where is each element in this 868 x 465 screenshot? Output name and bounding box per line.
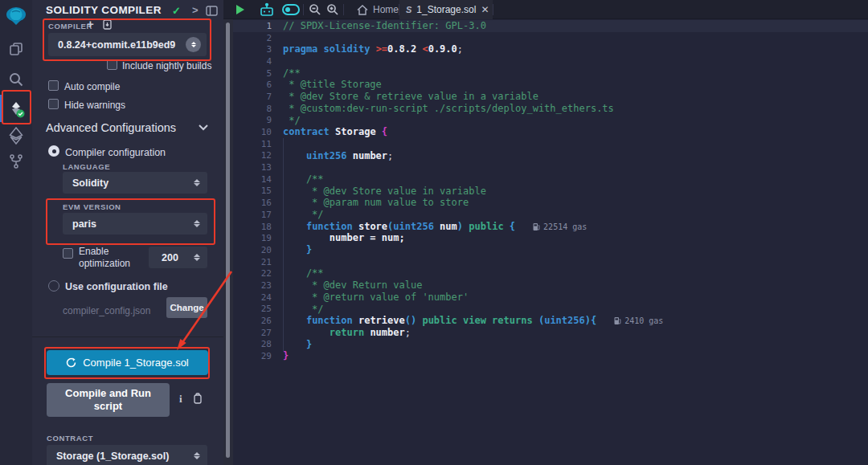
- close-tab-icon[interactable]: ✕: [481, 4, 489, 15]
- code-text: function retrieve() public view returns …: [283, 315, 663, 327]
- git-icon[interactable]: [0, 151, 32, 172]
- line-number[interactable]: 2: [233, 33, 272, 43]
- evm-version-select[interactable]: paris: [63, 213, 207, 235]
- code-line[interactable]: 29}: [233, 350, 868, 362]
- code-line[interactable]: 19 number = num;: [233, 232, 868, 244]
- line-number[interactable]: 17: [233, 210, 272, 220]
- code-line[interactable]: 4: [233, 55, 868, 67]
- copy-script-icon[interactable]: [192, 393, 203, 404]
- auto-compile-checkbox[interactable]: [48, 80, 59, 91]
- compile-button[interactable]: Compile 1_Storage.sol: [47, 350, 208, 375]
- code-text: * @dev Return value: [283, 279, 422, 292]
- code-line[interactable]: 9 */: [233, 115, 868, 127]
- contract-select[interactable]: Storage (1_Storage.sol): [47, 445, 207, 465]
- line-number[interactable]: 22: [233, 268, 272, 279]
- line-number[interactable]: 27: [233, 328, 272, 338]
- line-number[interactable]: 4: [233, 56, 272, 67]
- code-line[interactable]: 28 }: [233, 339, 868, 351]
- code-line[interactable]: 16 * @param num value to store: [233, 197, 868, 209]
- code-line[interactable]: 20 }: [233, 244, 868, 256]
- line-number[interactable]: 7: [233, 92, 272, 102]
- line-number[interactable]: 18: [233, 222, 272, 232]
- code-line[interactable]: 27 return number;: [233, 327, 868, 339]
- line-number[interactable]: 12: [233, 150, 272, 161]
- compiler-version-select[interactable]: 0.8.24+commit.e11b9ed9: [48, 33, 207, 56]
- line-number[interactable]: 29: [233, 351, 272, 361]
- line-number[interactable]: 13: [233, 162, 272, 173]
- code-line[interactable]: 14 /**: [233, 173, 868, 186]
- zoom-out-icon[interactable]: [309, 0, 321, 19]
- code-line[interactable]: 21: [233, 256, 868, 268]
- config-filename[interactable]: compiler_config.json: [63, 305, 150, 316]
- code-line[interactable]: 22 /**: [233, 267, 868, 279]
- add-compiler-icon[interactable]: +: [87, 17, 94, 31]
- optimization-runs-stepper[interactable]: 200: [149, 247, 207, 268]
- language-select[interactable]: Solidity: [63, 172, 207, 194]
- line-number[interactable]: 24: [233, 292, 272, 303]
- code-line[interactable]: 10contract Storage {: [233, 126, 868, 138]
- line-number[interactable]: 5: [233, 68, 272, 79]
- line-number[interactable]: 11: [233, 139, 272, 149]
- line-number[interactable]: 21: [233, 257, 272, 267]
- line-number[interactable]: 23: [233, 280, 272, 291]
- chevron-down-icon[interactable]: [198, 124, 209, 131]
- code-line[interactable]: 6 * @title Storage: [233, 79, 868, 91]
- line-number[interactable]: 9: [233, 115, 272, 125]
- code-line[interactable]: 24 * @return value of 'number': [233, 292, 868, 304]
- line-number[interactable]: 15: [233, 186, 272, 196]
- code-line[interactable]: 26 function retrieve() public view retur…: [233, 315, 868, 327]
- search-icon[interactable]: [0, 69, 32, 90]
- download-compiler-icon[interactable]: [102, 19, 113, 30]
- line-number[interactable]: 28: [233, 339, 272, 349]
- file-explorer-icon[interactable]: [0, 39, 32, 59]
- line-number[interactable]: 6: [233, 80, 272, 90]
- chevron-right-icon[interactable]: >: [192, 4, 199, 16]
- line-number[interactable]: 10: [233, 127, 272, 137]
- code-line[interactable]: 3pragma solidity >=0.8.2 <0.9.0;: [233, 43, 868, 55]
- line-number[interactable]: 1: [233, 21, 272, 31]
- code-line[interactable]: 8 * @custom:dev-run-script ./scripts/dep…: [233, 103, 868, 115]
- code-line[interactable]: 12 uint256 number;: [233, 150, 868, 162]
- remix-logo-icon[interactable]: [0, 3, 32, 29]
- code-line[interactable]: 15 * @dev Store value in variable: [233, 186, 868, 198]
- nightly-builds-checkbox[interactable]: [107, 59, 117, 70]
- code-text: */: [283, 209, 324, 221]
- hide-warnings-checkbox[interactable]: [48, 99, 59, 109]
- code-line[interactable]: 1// SPDX-License-Identifier: GPL-3.0: [233, 20, 868, 32]
- code-editor[interactable]: 1// SPDX-License-Identifier: GPL-3.023pr…: [233, 19, 868, 465]
- line-number[interactable]: 8: [233, 104, 272, 114]
- zoom-in-icon[interactable]: [326, 0, 339, 19]
- ai-copilot-toggle-icon[interactable]: [282, 0, 300, 19]
- compile-and-run-button[interactable]: Compile and Run script: [47, 383, 170, 417]
- code-line[interactable]: 18 function store(uint256 num) public {2…: [233, 221, 868, 233]
- solidity-compiler-icon[interactable]: [0, 96, 32, 120]
- deploy-and-run-icon[interactable]: [0, 125, 32, 146]
- documentation-panel-icon[interactable]: [206, 6, 218, 16]
- use-configuration-file-radio[interactable]: [48, 280, 59, 292]
- code-line[interactable]: 7 * @dev Store & retrieve value in a var…: [233, 91, 868, 103]
- run-script-play-icon[interactable]: [236, 0, 244, 19]
- info-icon[interactable]: i: [179, 393, 182, 406]
- ai-assistant-robot-icon[interactable]: [259, 0, 275, 19]
- tab-1-storage-sol[interactable]: S 1_Storage.sol ✕: [399, 0, 493, 19]
- code-line[interactable]: 5/**: [233, 67, 868, 80]
- line-number[interactable]: 25: [233, 304, 272, 314]
- line-number[interactable]: 14: [233, 174, 272, 185]
- code-line[interactable]: 2: [233, 32, 868, 44]
- line-number[interactable]: 19: [233, 233, 272, 243]
- advanced-configurations-title[interactable]: Advanced Configurations: [46, 121, 176, 134]
- change-config-button[interactable]: Change: [166, 297, 207, 318]
- line-number[interactable]: 16: [233, 198, 272, 208]
- code-line[interactable]: 13: [233, 161, 868, 173]
- code-line[interactable]: 23 * @dev Return value: [233, 279, 868, 292]
- line-number[interactable]: 20: [233, 245, 272, 255]
- version-stepper-icon[interactable]: [186, 37, 201, 52]
- line-number[interactable]: 26: [233, 316, 272, 326]
- code-line[interactable]: 25 */: [233, 304, 868, 316]
- code-line[interactable]: 11: [233, 138, 868, 150]
- panel-scrollbar-thumb[interactable]: [226, 22, 230, 458]
- line-number[interactable]: 3: [233, 44, 272, 55]
- compiler-configuration-radio[interactable]: [48, 145, 59, 157]
- enable-optimization-checkbox[interactable]: [63, 248, 73, 259]
- code-line[interactable]: 17 */: [233, 209, 868, 221]
